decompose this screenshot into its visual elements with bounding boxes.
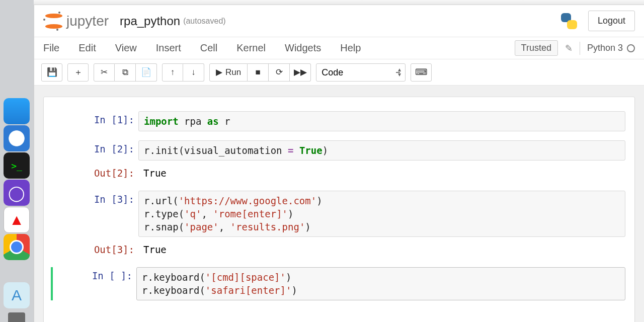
interrupt-button[interactable]: ■ [248,63,269,82]
menu-insert[interactable]: Insert [156,42,181,54]
notebook-paper: In [1]: import rpa as r In [2]: r.init(v… [43,97,635,322]
cut-button[interactable]: ✂ [94,63,115,82]
run-label: Run [225,67,241,77]
in-prompt: In [2]: [53,140,138,160]
window-titlebar [34,0,644,5]
kernel-indicator[interactable]: Python 3 [587,43,635,53]
notebook-name[interactable]: rpa_python [120,14,180,28]
menu-widgets[interactable]: Widgets [285,42,321,54]
dock-terminal-icon[interactable]: >_ [4,152,30,179]
insert-cell-button[interactable]: ＋ [67,63,89,82]
dock-finder-icon[interactable] [4,98,30,124]
copy-button[interactable]: ⧉ [115,63,136,82]
trusted-indicator[interactable]: Trusted [515,40,558,56]
code-input[interactable]: r.url('https://www.google.com') r.type('… [138,191,625,237]
menu-file[interactable]: File [43,42,59,54]
menu-view[interactable]: View [115,42,137,54]
dock-applications-icon[interactable]: A [4,282,30,308]
divider [580,42,580,55]
browser-window: jupyter rpa_python (autosaved) Logout Fi… [34,0,644,322]
kernel-label: Python 3 [587,43,623,53]
menu-edit[interactable]: Edit [78,42,96,54]
code-input[interactable]: r.init(visual_automation = True) [138,140,625,160]
cell-output: True [138,165,625,182]
output-row: Out[3]: True [53,241,625,258]
jupyter-logo-icon [44,12,63,31]
python-icon [560,12,578,30]
jupyter-logo-text: jupyter [66,13,109,29]
notebook-header: jupyter rpa_python (autosaved) Logout [34,5,644,37]
save-button[interactable]: 💾 [41,63,62,82]
restart-button[interactable]: ⟳ [269,63,290,82]
code-cell[interactable]: In [2]: r.init(visual_automation = True) [53,140,625,160]
in-prompt: In [3]: [53,191,138,237]
restart-run-all-button[interactable]: ▶▶ [290,63,311,82]
output-row: Out[2]: True [53,165,625,182]
kernel-status-icon [627,44,635,52]
code-cell[interactable]: In [3]: r.url('https://www.google.com') … [53,191,625,237]
run-icon: ▶ [216,67,222,77]
jupyter-logo[interactable]: jupyter [44,12,109,31]
menu-kernel[interactable]: Kernel [236,42,266,54]
out-prompt: Out[2]: [53,165,138,182]
menu-help[interactable]: Help [340,42,361,54]
edit-metadata-icon[interactable]: ✎ [565,43,573,54]
notebook-body: In [1]: import rpa as r In [2]: r.init(v… [34,86,644,322]
code-input[interactable]: import rpa as r [138,111,625,131]
macos-dock-column: >_ ◯ ▲ A [0,0,34,322]
paste-button[interactable]: 📄 [136,63,157,82]
dock-chrome-icon[interactable] [4,234,30,260]
autosave-status: (autosaved) [183,17,226,26]
out-prompt: Out[3]: [53,241,138,258]
in-prompt: In [1]: [53,111,138,131]
menubar: File Edit View Insert Cell Kernel Widget… [34,37,644,59]
code-input[interactable]: r.keyboard('[cmd][space]') r.keyboard('s… [136,267,625,300]
run-button[interactable]: ▶ Run [209,63,248,82]
dock-safari-icon[interactable] [4,125,30,151]
menu-cell[interactable]: Cell [200,42,217,54]
dock: >_ ◯ ▲ A [4,98,30,322]
dock-trash-icon[interactable] [4,309,30,322]
toolbar: 💾 ＋ ✂ ⧉ 📄 ↑ ↓ ▶ Run ■ ⟳ ▶▶ [34,59,644,86]
cell-type-select[interactable]: Code [316,63,406,82]
cell-output: True [138,241,625,258]
dock-github-icon[interactable]: ◯ [4,180,30,206]
move-up-button[interactable]: ↑ [162,63,183,82]
code-cell[interactable]: In [1]: import rpa as r [53,111,625,131]
command-palette-button[interactable]: ⌨ [411,63,432,82]
move-down-button[interactable]: ↓ [183,63,204,82]
logout-button[interactable]: Logout [588,11,635,31]
code-cell-selected[interactable]: In [ ]: r.keyboard('[cmd][space]') r.key… [51,267,625,300]
in-prompt: In [ ]: [53,267,136,300]
dock-java-icon[interactable]: ▲ [4,207,30,233]
